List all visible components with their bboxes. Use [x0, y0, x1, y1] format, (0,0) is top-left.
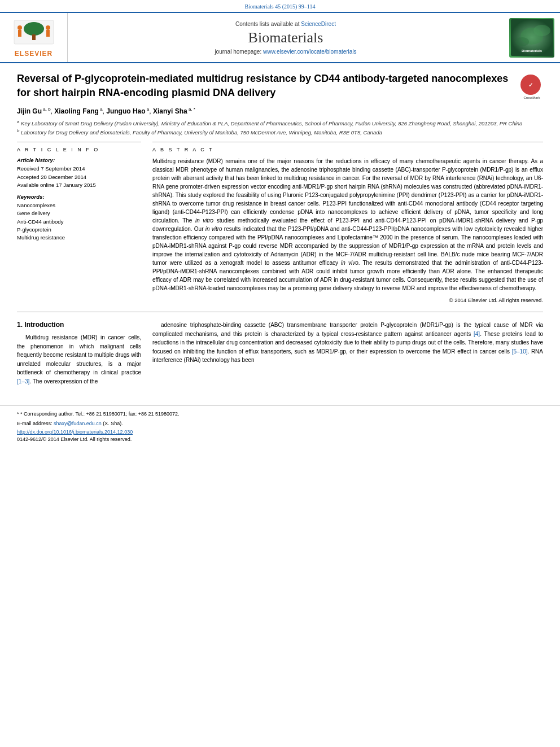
intro-left-paragraph: Multidrug resistance (MDR) in cancer cel…: [17, 333, 141, 386]
svg-rect-4: [18, 30, 21, 37]
journal-homepage-link[interactable]: www.elsevier.com/locate/biomaterials: [263, 49, 357, 55]
ref-5-10: [5–10]: [512, 348, 528, 355]
article-history-dates: Received 7 September 2014 Accepted 20 De…: [17, 165, 141, 189]
journal-name-heading: Biomaterials: [248, 29, 323, 46]
svg-point-10: [533, 25, 550, 36]
abstract-heading: A B S T R A C T: [152, 147, 543, 152]
intro-right-paragraph: adenosine triphosphate-binding cassette …: [152, 321, 543, 365]
author-3-sup: a: [146, 107, 150, 112]
author-4: Xianyi Sha: [153, 107, 187, 115]
article-info-heading: A R T I C L E I N F O: [17, 147, 141, 152]
affil-a-sup: a: [17, 119, 19, 124]
ref-1-3: [1–3]: [17, 378, 29, 385]
journal-header: ELSEVIER Contents lists available at Sci…: [0, 12, 560, 63]
svg-point-1: [24, 22, 44, 36]
journal-title-center: Contents lists available at ScienceDirec…: [68, 13, 504, 62]
page-wrapper: Biomaterials 45 (2015) 99–114 E: [0, 0, 560, 442]
svg-text:Biomaterials: Biomaterials: [521, 49, 542, 53]
elsevier-tree-icon: [11, 18, 56, 49]
article-info-col: A R T I C L E I N F O Article history: R…: [17, 142, 141, 303]
biomaterials-logo-box: Biomaterials: [509, 18, 554, 58]
section-divider: [17, 312, 543, 312]
author-4-sup: a, *: [187, 107, 195, 112]
issn-line: 0142-9612/© 2014 Elsevier Ltd. All right…: [17, 436, 543, 442]
keywords-title: Keywords:: [17, 194, 141, 200]
author-1: Jijin Gu: [17, 107, 42, 115]
in-vitro-1: in vitro: [195, 217, 213, 224]
keyword-3: Anti-CD44 antibody: [17, 218, 141, 226]
abstract-col: A B S T R A C T Multidrug resistance (MD…: [152, 142, 543, 303]
received-date: Received 7 September 2014: [17, 165, 141, 173]
biomaterials-cover-image: Biomaterials: [511, 19, 553, 56]
keyword-2: Gene delivery: [17, 209, 141, 217]
journal-logo-right: Biomaterials: [504, 13, 560, 62]
contents-available-line: Contents lists available at ScienceDirec…: [235, 21, 336, 27]
author-2: Xiaoling Fang: [54, 107, 99, 115]
article-footer: * * Corresponding author. Tel.: +86 21 5…: [0, 405, 560, 442]
author-2-sup: a: [99, 107, 103, 112]
crossmark-icon: ✓: [520, 75, 541, 95]
affiliations-block: a Key Laboratory of Smart Drug Delivery …: [17, 119, 543, 136]
abstract-body: Multidrug resistance (MDR) remains one o…: [152, 157, 543, 292]
copyright-line: © 2014 Elsevier Ltd. All rights reserved…: [152, 297, 543, 303]
elsevier-logo: ELSEVIER: [11, 18, 56, 58]
contents-label: Contents lists available at: [235, 21, 299, 27]
article-history-title: Article history:: [17, 157, 141, 163]
corresponding-author-note: * * Corresponding author. Tel.: +86 21 5…: [17, 410, 543, 418]
authors-line: Jijin Gu a, b, Xiaoling Fang a, Junguo H…: [17, 107, 543, 115]
intro-right-col: adenosine triphosphate-binding cassette …: [152, 321, 543, 386]
affil-b-sup: b: [17, 128, 19, 133]
svg-point-3: [18, 25, 22, 30]
author-1-sup: a, b: [42, 107, 51, 112]
email-note: E-mail address: shaxy@fudan.edu.cn (X. S…: [17, 420, 543, 428]
accepted-date: Accepted 20 December 2014: [17, 173, 141, 181]
article-title: Reversal of P-glycoprotein-mediated mult…: [17, 72, 515, 100]
in-vivo-1: in vivo: [341, 260, 358, 266]
affiliation-b: b Laboratory for Drug Delivery and Bioma…: [17, 128, 543, 136]
affiliation-a: a Key Laboratory of Smart Drug Delivery …: [17, 119, 543, 127]
journal-homepage-line: journal homepage: www.elsevier.com/locat…: [215, 49, 356, 55]
svg-point-5: [46, 25, 50, 30]
intro-left-col: 1. Introduction Multidrug resistance (MD…: [17, 321, 141, 386]
journal-ref-text: Biomaterials 45 (2015) 99–114: [245, 3, 316, 10]
corresponding-star: *: [17, 411, 19, 417]
available-date: Available online 17 January 2015: [17, 181, 141, 189]
intro-section-title: 1. Introduction: [17, 321, 141, 329]
author-3: Junguo Hao: [106, 107, 145, 115]
keyword-5: Multidrug resistance: [17, 234, 141, 242]
crossmark-text: CrossMark: [520, 96, 543, 99]
introduction-section: 1. Introduction Multidrug resistance (MD…: [17, 321, 543, 386]
keyword-4: P-glycoprotein: [17, 226, 141, 234]
crossmark-badge[interactable]: ✓ CrossMark: [520, 75, 543, 99]
in-vitro-2: in vitro: [205, 226, 222, 232]
svg-rect-2: [32, 34, 36, 40]
keywords-list: Nanocomplexes Gene delivery Anti-CD44 an…: [17, 202, 141, 242]
elsevier-logo-section: ELSEVIER: [0, 13, 68, 62]
svg-rect-6: [46, 30, 50, 37]
ref-4: [4]: [474, 331, 480, 337]
doi-link[interactable]: http://dx.doi.org/10.1016/j.biomaterials…: [17, 429, 133, 435]
elsevier-brand-text: ELSEVIER: [15, 50, 53, 58]
journal-ref-bar: Biomaterials 45 (2015) 99–114: [0, 0, 560, 12]
email-link[interactable]: shaxy@fudan.edu.cn: [54, 421, 103, 426]
svg-point-9: [515, 37, 529, 46]
doi-line[interactable]: http://dx.doi.org/10.1016/j.biomaterials…: [17, 429, 543, 435]
article-title-section: Reversal of P-glycoprotein-mediated mult…: [17, 72, 543, 100]
article-content: Reversal of P-glycoprotein-mediated mult…: [0, 63, 560, 394]
article-info-abstract: A R T I C L E I N F O Article history: R…: [17, 142, 543, 303]
sciencedirect-link[interactable]: ScienceDirect: [301, 21, 336, 27]
keyword-1: Nanocomplexes: [17, 202, 141, 209]
